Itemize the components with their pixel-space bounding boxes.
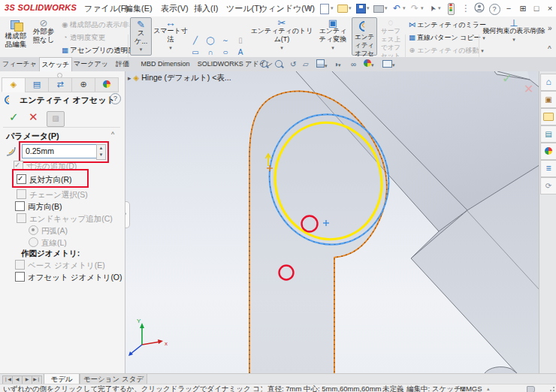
edit-appearance-icon[interactable]: ▾ — [364, 59, 374, 69]
tree-expand-icon[interactable]: ▸ — [128, 74, 131, 82]
no-external-references-button[interactable]: ⊘ 外部参照なし — [31, 17, 56, 56]
edit-component-button[interactable]: 構成部品編集 — [2, 17, 29, 56]
display-style-icon[interactable]: ◑▾ — [334, 59, 341, 69]
open-dropdown-icon[interactable]: ▾ — [349, 5, 352, 11]
rebuild-icon[interactable] — [445, 2, 457, 14]
option-offset-geometry[interactable]: オフセット ジオメトリ(O) — [15, 272, 122, 282]
tab-sketch[interactable]: スケッチ — [39, 57, 72, 71]
graphics-viewport[interactable]: ✓ ✕ Y x — [125, 71, 539, 373]
checkbox-offset-geometry[interactable] — [15, 272, 25, 282]
new-document-icon[interactable] — [319, 2, 331, 14]
tag-icon[interactable] — [527, 386, 535, 392]
option-bidirectional[interactable]: 両方向(B) — [15, 201, 62, 212]
trim-entities-button[interactable]: ✂ エンティティのトリム(T) ▾ — [249, 17, 314, 56]
parameters-header[interactable]: パラメータ(P) — [6, 131, 59, 142]
zoom-area-icon[interactable] — [275, 59, 283, 69]
arc-tool-icon[interactable]: ∩ — [205, 47, 216, 58]
menu-bar: 3S SOLIDWORKS ファイル(F) 編集(E) 表示(V) 挿入(I) … — [0, 0, 556, 17]
undo-icon[interactable]: ↶ — [391, 2, 403, 14]
redo-dropdown-icon[interactable]: ▾ — [421, 5, 424, 11]
tab-motion-study[interactable]: モーション スタディ 1 — [80, 374, 147, 384]
sketch-dropdown-icon[interactable]: ▾ — [131, 45, 151, 53]
previous-view-icon[interactable]: ↺ — [290, 59, 296, 69]
confirm-ok-icon[interactable]: ✓ — [502, 71, 512, 86]
checkbox-bidirectional[interactable] — [15, 201, 25, 211]
convert-entities-button[interactable]: ▣ エンティティ変換 ▾ — [316, 17, 350, 56]
design-reuse-icon[interactable]: ⟳ — [540, 177, 556, 194]
linear-pattern-button[interactable]: ▦直線パターン コピー ▾ — [407, 32, 485, 43]
user-account-icon[interactable] — [473, 2, 485, 14]
pin-icon[interactable]: ➚ — [302, 2, 314, 14]
tab-display-manager[interactable] — [95, 77, 119, 92]
tab-mbd-dimension[interactable]: MBD Dimension — [135, 57, 195, 71]
smart-dimension-button[interactable]: ↔ スマート寸法 ▾ — [153, 17, 189, 56]
print-dropdown-icon[interactable]: ▾ — [385, 5, 388, 11]
appearances-icon[interactable] — [540, 143, 556, 160]
parameters-collapse-icon[interactable]: ^ — [111, 131, 114, 138]
restore-button[interactable]: ⊞ — [516, 2, 530, 14]
new-dropdown-icon[interactable]: ▾ — [331, 5, 334, 11]
tab-configuration-manager[interactable]: ⇄ — [48, 77, 72, 92]
cancel-button[interactable]: ✕ — [29, 110, 38, 124]
circle-tool-icon[interactable]: ◯ — [205, 35, 216, 46]
tab-featuremanager-tree[interactable]: ◈ — [2, 77, 26, 92]
sketch-button[interactable]: ✎ スケ... ▾ — [130, 17, 152, 56]
panel-help-icon[interactable]: ? — [110, 93, 121, 104]
menu-insert[interactable]: 挿入(I) — [194, 3, 218, 14]
save-icon[interactable] — [355, 2, 367, 14]
trim-dropdown-icon[interactable]: ▾ — [249, 44, 314, 52]
tab-evaluate[interactable]: 評価 — [111, 57, 134, 71]
status-caret-icon[interactable]: ▴ — [487, 384, 490, 392]
close-button[interactable]: × — [543, 2, 556, 14]
view-orientation-icon[interactable]: ▾ — [316, 59, 328, 69]
maximize-button[interactable]: □ — [530, 2, 543, 14]
tab-dimxpert-manager[interactable]: ⊕ — [71, 77, 95, 92]
zoom-fit-icon[interactable] — [260, 59, 267, 69]
print-icon[interactable] — [373, 2, 385, 14]
menu-tools[interactable]: ツール(T) — [226, 3, 262, 14]
assembly-transparency-button[interactable]: ▦アセンブリの透明度 — [60, 44, 135, 56]
home-icon[interactable]: ⌂ — [540, 74, 556, 91]
ellipse-tool-icon[interactable]: ○ — [219, 47, 232, 58]
text-tool-icon[interactable]: A — [235, 47, 246, 58]
menu-view[interactable]: 表示(V) — [161, 3, 189, 14]
custom-properties-icon[interactable]: ≡ — [540, 160, 556, 177]
undo-dropdown-icon[interactable]: ▾ — [403, 5, 406, 11]
spline-tool-icon[interactable]: ～ — [220, 35, 231, 46]
offset-on-surface-button: ◌ サーフェス上 でオフセット — [378, 17, 403, 56]
smart-dimension-dropdown-icon[interactable]: ▾ — [153, 44, 189, 52]
confirm-cancel-icon[interactable]: ✕ — [524, 83, 533, 95]
line-tool-icon[interactable]: ╱ — [190, 35, 201, 46]
minimize-button[interactable]: − — [502, 2, 515, 14]
design-library-icon[interactable]: ▣ — [540, 91, 556, 108]
status-units[interactable]: MMGS — [460, 384, 482, 392]
save-dropdown-icon[interactable]: ▾ — [367, 5, 370, 11]
redo-icon: ↷ — [409, 2, 421, 14]
convert-dropdown-icon[interactable]: ▾ — [316, 44, 350, 52]
view-palette-icon[interactable]: ▤ — [540, 125, 556, 143]
help-icon[interactable]: ? — [488, 2, 500, 14]
file-explorer-icon[interactable] — [540, 108, 556, 125]
tab-features[interactable]: フィーチャー — [2, 57, 38, 71]
flyout-feature-tree[interactable]: ▸◈Hinge (デフォルト) <表... — [128, 73, 231, 83]
tab-markup[interactable]: マークアップ — [72, 57, 110, 71]
mirror-entities-button[interactable]: ⋈エンティティのミラー — [407, 19, 486, 30]
view-settings-icon[interactable]: ▾ — [382, 59, 395, 69]
rectangle-tool-icon[interactable]: ▭ — [190, 47, 201, 58]
menu-file[interactable]: ファイル(F) — [84, 3, 128, 14]
ok-button[interactable]: ✓ — [9, 110, 19, 124]
menu-edit[interactable]: 編集(E) — [125, 3, 153, 14]
select-dropdown-icon[interactable]: ▾ — [438, 5, 441, 11]
tab-model[interactable]: モデル — [44, 374, 80, 384]
resize-grip[interactable] — [549, 387, 554, 392]
hide-show-items-icon[interactable]: ∞ — [351, 59, 356, 69]
open-icon[interactable] — [337, 2, 349, 14]
display-delete-relations-button[interactable]: ⊥ 幾何拘束の表示/削除 ▾ — [481, 17, 547, 56]
ribbon-overflow-icon[interactable]: » — [548, 24, 552, 32]
section-view-icon[interactable]: ▱ — [303, 59, 309, 69]
offset-entities-button[interactable]: エンティティ オフセット — [352, 17, 377, 56]
ribbon-collapse-icon[interactable]: ^ — [548, 45, 551, 53]
tab-property-manager[interactable]: ▤ — [25, 77, 49, 92]
options-dots-icon[interactable]: ⋮ — [460, 2, 472, 14]
relations-dropdown-icon[interactable]: ▾ — [481, 35, 547, 44]
